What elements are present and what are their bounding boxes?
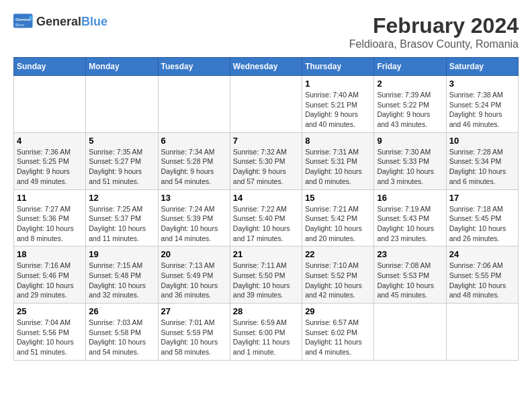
day-number: 22 — [305, 249, 371, 259]
day-number: 6 — [161, 136, 227, 146]
calendar-cell: 29Sunrise: 6:57 AM Sunset: 6:02 PM Dayli… — [302, 304, 374, 361]
logo-icon: General Blue — [13, 13, 34, 30]
day-info: Sunrise: 7:04 AM Sunset: 5:56 PM Dayligh… — [17, 318, 83, 357]
day-number: 5 — [89, 136, 154, 146]
logo-general: General — [36, 15, 81, 29]
day-info: Sunrise: 7:39 AM Sunset: 5:22 PM Dayligh… — [377, 90, 443, 130]
calendar-cell: 19Sunrise: 7:15 AM Sunset: 5:48 PM Dayli… — [86, 246, 158, 304]
calendar-cell: 6Sunrise: 7:34 AM Sunset: 5:28 PM Daylig… — [158, 132, 230, 189]
day-info: Sunrise: 7:21 AM Sunset: 5:42 PM Dayligh… — [305, 204, 371, 244]
calendar-cell: 4Sunrise: 7:36 AM Sunset: 5:25 PM Daylig… — [14, 132, 86, 189]
calendar-cell — [374, 304, 446, 361]
week-row-2: 4Sunrise: 7:36 AM Sunset: 5:25 PM Daylig… — [14, 132, 519, 189]
calendar-cell: 10Sunrise: 7:28 AM Sunset: 5:34 PM Dayli… — [446, 132, 518, 189]
day-number: 26 — [89, 306, 154, 316]
calendar-cell: 20Sunrise: 7:13 AM Sunset: 5:49 PM Dayli… — [158, 246, 230, 304]
day-number: 23 — [377, 249, 443, 259]
day-info: Sunrise: 7:28 AM Sunset: 5:34 PM Dayligh… — [449, 147, 515, 187]
day-info: Sunrise: 6:59 AM Sunset: 6:00 PM Dayligh… — [233, 318, 299, 357]
day-number: 28 — [233, 306, 299, 316]
main-title: February 2024 — [349, 13, 519, 38]
day-number: 29 — [305, 306, 371, 316]
day-info: Sunrise: 7:36 AM Sunset: 5:25 PM Dayligh… — [17, 147, 83, 187]
calendar-cell: 21Sunrise: 7:11 AM Sunset: 5:50 PM Dayli… — [230, 246, 302, 304]
day-number: 10 — [449, 136, 515, 146]
day-info: Sunrise: 7:31 AM Sunset: 5:31 PM Dayligh… — [305, 147, 371, 187]
calendar-cell: 5Sunrise: 7:35 AM Sunset: 5:27 PM Daylig… — [86, 132, 158, 189]
day-info: Sunrise: 7:01 AM Sunset: 5:59 PM Dayligh… — [161, 318, 227, 357]
day-info: Sunrise: 7:13 AM Sunset: 5:49 PM Dayligh… — [161, 261, 227, 300]
logo: General Blue General Blue — [13, 13, 107, 30]
day-number: 27 — [161, 306, 227, 316]
calendar-cell: 15Sunrise: 7:21 AM Sunset: 5:42 PM Dayli… — [302, 189, 374, 246]
day-number: 25 — [17, 306, 83, 316]
calendar-cell: 2Sunrise: 7:39 AM Sunset: 5:22 PM Daylig… — [374, 76, 446, 133]
day-number: 21 — [233, 249, 299, 259]
header-day-sunday: Sunday — [14, 58, 86, 76]
logo-blue: Blue — [81, 15, 107, 29]
day-info: Sunrise: 7:08 AM Sunset: 5:53 PM Dayligh… — [377, 261, 443, 300]
day-info: Sunrise: 7:32 AM Sunset: 5:30 PM Dayligh… — [233, 147, 299, 187]
day-info: Sunrise: 7:38 AM Sunset: 5:24 PM Dayligh… — [449, 90, 515, 130]
calendar-cell: 11Sunrise: 7:27 AM Sunset: 5:36 PM Dayli… — [14, 189, 86, 246]
day-number: 14 — [233, 193, 299, 203]
header: General Blue General Blue February 2024 … — [13, 13, 519, 50]
day-info: Sunrise: 7:27 AM Sunset: 5:36 PM Dayligh… — [17, 204, 83, 244]
day-number: 18 — [17, 249, 83, 259]
calendar-cell — [158, 76, 230, 133]
day-number: 2 — [377, 79, 443, 89]
calendar-cell: 27Sunrise: 7:01 AM Sunset: 5:59 PM Dayli… — [158, 304, 230, 361]
day-info: Sunrise: 6:57 AM Sunset: 6:02 PM Dayligh… — [305, 318, 371, 357]
calendar-cell: 22Sunrise: 7:10 AM Sunset: 5:52 PM Dayli… — [302, 246, 374, 304]
day-info: Sunrise: 7:24 AM Sunset: 5:39 PM Dayligh… — [161, 204, 227, 244]
svg-text:Blue: Blue — [15, 23, 25, 27]
day-info: Sunrise: 7:22 AM Sunset: 5:40 PM Dayligh… — [233, 204, 299, 244]
day-number: 11 — [17, 193, 83, 203]
svg-text:General: General — [15, 17, 31, 21]
day-number: 7 — [233, 136, 299, 146]
header-day-thursday: Thursday — [302, 58, 374, 76]
week-row-1: 1Sunrise: 7:40 AM Sunset: 5:21 PM Daylig… — [14, 76, 519, 133]
calendar-cell — [86, 76, 158, 133]
calendar-cell: 9Sunrise: 7:30 AM Sunset: 5:33 PM Daylig… — [374, 132, 446, 189]
day-info: Sunrise: 7:15 AM Sunset: 5:48 PM Dayligh… — [89, 261, 154, 300]
calendar-header-row: SundayMondayTuesdayWednesdayThursdayFrid… — [14, 58, 519, 76]
day-number: 20 — [161, 249, 227, 259]
day-info: Sunrise: 7:18 AM Sunset: 5:45 PM Dayligh… — [449, 204, 515, 244]
title-section: February 2024 Feldioara, Brasov County, … — [349, 13, 519, 50]
day-info: Sunrise: 7:30 AM Sunset: 5:33 PM Dayligh… — [377, 147, 443, 187]
day-number: 19 — [89, 249, 154, 259]
header-day-wednesday: Wednesday — [230, 58, 302, 76]
calendar-cell: 8Sunrise: 7:31 AM Sunset: 5:31 PM Daylig… — [302, 132, 374, 189]
day-info: Sunrise: 7:40 AM Sunset: 5:21 PM Dayligh… — [305, 90, 371, 130]
header-day-saturday: Saturday — [446, 58, 518, 76]
day-number: 24 — [449, 249, 515, 259]
calendar-cell: 17Sunrise: 7:18 AM Sunset: 5:45 PM Dayli… — [446, 189, 518, 246]
day-number: 16 — [377, 193, 443, 203]
subtitle: Feldioara, Brasov County, Romania — [349, 38, 519, 50]
calendar-cell: 3Sunrise: 7:38 AM Sunset: 5:24 PM Daylig… — [446, 76, 518, 133]
calendar-cell: 16Sunrise: 7:19 AM Sunset: 5:43 PM Dayli… — [374, 189, 446, 246]
calendar-cell: 18Sunrise: 7:16 AM Sunset: 5:46 PM Dayli… — [14, 246, 86, 304]
week-row-4: 18Sunrise: 7:16 AM Sunset: 5:46 PM Dayli… — [14, 246, 519, 304]
calendar-cell — [230, 76, 302, 133]
calendar-table: SundayMondayTuesdayWednesdayThursdayFrid… — [13, 57, 519, 361]
day-number: 3 — [449, 79, 515, 89]
header-day-friday: Friday — [374, 58, 446, 76]
day-number: 1 — [305, 79, 371, 89]
calendar-cell — [446, 304, 518, 361]
day-number: 12 — [89, 193, 154, 203]
week-row-3: 11Sunrise: 7:27 AM Sunset: 5:36 PM Dayli… — [14, 189, 519, 246]
calendar-cell: 24Sunrise: 7:06 AM Sunset: 5:55 PM Dayli… — [446, 246, 518, 304]
day-number: 4 — [17, 136, 83, 146]
day-number: 8 — [305, 136, 371, 146]
calendar-cell: 7Sunrise: 7:32 AM Sunset: 5:30 PM Daylig… — [230, 132, 302, 189]
day-number: 15 — [305, 193, 371, 203]
calendar-cell: 28Sunrise: 6:59 AM Sunset: 6:00 PM Dayli… — [230, 304, 302, 361]
week-row-5: 25Sunrise: 7:04 AM Sunset: 5:56 PM Dayli… — [14, 304, 519, 361]
day-number: 17 — [449, 193, 515, 203]
calendar-cell: 13Sunrise: 7:24 AM Sunset: 5:39 PM Dayli… — [158, 189, 230, 246]
calendar-cell — [14, 76, 86, 133]
calendar-cell: 12Sunrise: 7:25 AM Sunset: 5:37 PM Dayli… — [86, 189, 158, 246]
day-info: Sunrise: 7:10 AM Sunset: 5:52 PM Dayligh… — [305, 261, 371, 300]
